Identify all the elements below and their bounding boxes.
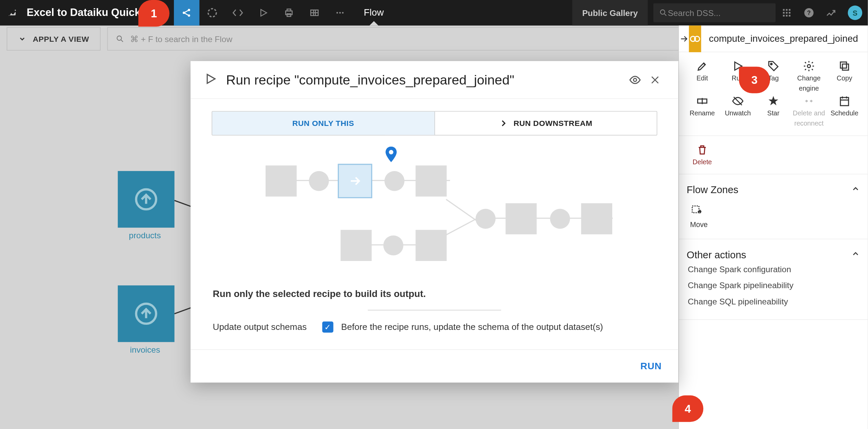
search-input[interactable] [668,8,757,18]
print-icon[interactable] [276,0,302,25]
top-nav: Excel to Dataiku Quick Flow Public Galle… [0,0,868,25]
svg-point-9 [336,12,338,14]
move-icon [690,204,703,217]
delete-row: Delete [679,136,868,174]
change-sql-pipeline-link[interactable]: Change SQL pipelineability [687,293,860,309]
tag-icon [767,60,779,72]
right-panel: compute_invoices_prepared_joined Edit Ru… [679,25,868,429]
modal-header: Run recipe "compute_invoices_prepared_jo… [191,61,678,99]
recipe-type-icon [689,25,701,52]
grid-icon[interactable] [302,0,327,25]
help-icon[interactable]: ? [798,0,820,25]
project-title[interactable]: Excel to Dataiku Quick [25,7,140,19]
apps-icon[interactable] [776,0,798,25]
activity-icon[interactable] [820,0,842,25]
svg-rect-21 [789,15,791,17]
tab-flow[interactable]: Flow [353,0,395,25]
more-icon[interactable] [327,0,352,25]
circle-dashed-icon[interactable] [199,0,225,25]
calendar-icon [838,95,851,107]
svg-rect-18 [789,12,791,14]
flow-preview [191,146,678,284]
svg-rect-13 [783,9,785,11]
run-mode-tabs: RUN ONLY THIS RUN DOWNSTREAM [212,111,657,135]
svg-point-10 [339,12,341,14]
delete-reconnect-icon [803,95,815,107]
svg-point-4 [208,9,216,17]
share-icon[interactable] [174,0,199,25]
svg-point-24 [117,36,122,40]
apply-view-label: APPLY A VIEW [33,34,89,43]
rename-action[interactable]: Rename [686,95,719,127]
rename-icon [696,95,708,107]
copy-icon[interactable] [866,33,868,45]
global-search[interactable] [653,3,776,22]
chevron-down-icon [18,35,26,43]
update-schemas-text: Before the recipe runs, update the schem… [341,322,603,332]
divider [368,310,501,311]
modal-footer: RUN [191,349,678,383]
recipe-name: compute_invoices_prepared_joined [701,33,866,44]
dataset-invoices-label: invoices [130,345,160,354]
svg-rect-33 [843,64,849,70]
play-icon[interactable] [251,0,276,25]
svg-rect-20 [786,15,788,17]
collapse-panel-button[interactable] [679,25,689,52]
chevron-up-icon[interactable] [851,185,860,196]
copy-action[interactable]: Copy [828,60,861,93]
dataset-products[interactable] [118,171,175,228]
dataset-invoices[interactable] [118,285,175,342]
svg-text:?: ? [807,10,811,16]
play-icon [204,72,217,88]
chevron-up-icon[interactable] [851,249,860,261]
trash-icon [696,144,708,156]
public-gallery-link[interactable]: Public Gallery [572,0,648,25]
dataiku-logo[interactable] [0,0,25,25]
tab-run-downstream[interactable]: RUN DOWNSTREAM [435,112,657,135]
svg-point-32 [808,64,811,68]
flow-search-input[interactable] [130,34,703,44]
apply-view-button[interactable]: APPLY A VIEW [7,27,101,51]
flow-zones-title: Flow Zones [687,184,738,196]
search-icon [659,8,668,17]
move-action[interactable]: Move [687,204,860,229]
unwatch-action[interactable]: Unwatch [721,95,755,127]
star-action[interactable]: Star [757,95,790,127]
copy-icon [838,60,851,72]
annotation-4: 4 [672,395,704,422]
annotation-3: 3 [739,67,770,93]
unwatch-icon [732,95,744,107]
svg-point-12 [661,10,665,14]
avatar[interactable]: S [848,5,863,20]
star-icon [767,95,779,107]
update-schemas-checkbox[interactable]: ✓ [322,321,333,333]
svg-rect-17 [786,12,788,14]
change-spark-pipeline-link[interactable]: Change Spark pipelineability [687,277,860,293]
other-actions-title: Other actions [687,249,746,261]
run-button[interactable]: RUN [640,361,662,372]
other-actions-section: Other actions Change Spark configuration… [679,239,868,320]
svg-point-31 [771,63,772,64]
delete-action[interactable]: Delete [686,144,719,166]
svg-rect-6 [287,9,291,11]
update-schemas-row: Update output schemas ✓ Before the recip… [191,321,678,349]
flow-search[interactable] [107,27,711,51]
modal-title: Run recipe "compute_invoices_prepared_jo… [226,72,625,88]
code-icon[interactable] [225,0,250,25]
edit-action[interactable]: Edit [686,60,719,93]
close-icon[interactable] [645,70,665,90]
search-icon [116,34,125,43]
tab-run-only-this[interactable]: RUN ONLY THIS [212,112,435,135]
svg-rect-36 [840,97,849,106]
chevron-right-icon [499,119,508,128]
annotation-1: 1 [138,0,169,27]
schedule-action[interactable]: Schedule [828,95,861,127]
preview-icon[interactable] [625,70,645,90]
delete-reconnect-action: Delete and reconnect [792,95,826,127]
change-spark-config-link[interactable]: Change Spark configuration [687,261,860,277]
gear-icon [803,60,815,72]
update-schemas-label: Update output schemas [213,322,307,332]
change-engine-action[interactable]: Change engine [792,60,826,93]
actions-row-1: Edit Run Tag Change engine Copy Rena [679,52,868,136]
svg-point-38 [633,78,636,81]
